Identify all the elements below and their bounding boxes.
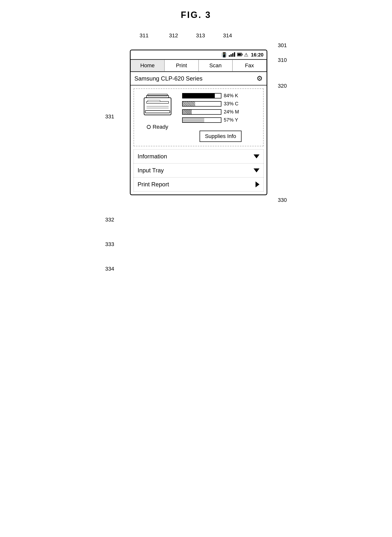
ref-311: 311 [140,32,149,39]
battery-icon [237,52,243,57]
toner-bar-m [182,109,221,115]
ref-313: 313 [196,32,205,39]
toner-row-y: 57% Y [182,117,259,123]
ref-330-label: 330 [278,197,287,203]
svg-rect-3 [234,52,235,57]
ref-312: 312 [169,32,178,39]
ready-status: Ready [147,124,168,130]
time-display: 16:20 [251,52,263,58]
toner-row-k: 84% K [182,93,259,98]
svg-rect-2 [232,53,233,57]
toner-label-y: 57% Y [224,117,239,123]
supplies-info-button[interactable]: Supplies Info [200,131,242,142]
alarm-icon: ⚠ [244,52,248,58]
ref-332-label: 332 [105,217,114,223]
svg-rect-0 [229,55,230,57]
svg-rect-7 [147,95,169,98]
printer-name-bar: Samsung CLP-620 Series ⚙ [131,72,267,85]
input-tray-header[interactable]: Input Tray [134,164,263,177]
ready-label: Ready [153,124,168,130]
toner-row-c: 33% C [182,101,259,107]
page-title: FIG. 3 [181,10,211,20]
input-tray-label: Input Tray [138,167,164,174]
ready-circle-icon [147,125,151,129]
tab-print[interactable]: Print [164,60,199,71]
ref-310-label: 310 [278,57,287,63]
information-label: Information [138,153,167,160]
svg-rect-11 [148,100,160,102]
printer-illustration: Ready [138,93,177,130]
toner-fill-c [183,102,195,106]
ref-334-label: 334 [105,266,114,272]
toner-section: 84% K 33% C 24% M [182,93,259,142]
toner-fill-y [183,118,204,122]
print-report-navigate-icon [256,181,259,187]
ref-333-label: 333 [105,241,114,248]
toner-bar-y [182,117,221,123]
toner-label-k: 84% K [224,93,239,98]
printer-name: Samsung CLP-620 Series [135,75,203,82]
device-frame: 📳 ⚠ 16:20 Home [130,50,267,195]
print-report-header[interactable]: Print Report [134,178,263,191]
input-tray-section: Input Tray [134,163,264,177]
information-header[interactable]: Information [134,150,263,163]
main-status-section: Ready 84% K 33% C [134,88,264,146]
toner-fill-k [183,94,215,98]
print-report-section: Print Report [134,177,264,192]
ref-314: 314 [223,32,232,39]
information-section: Information [134,149,264,163]
input-tray-expand-icon [254,168,259,172]
ref-331-label: 331 [105,113,114,120]
ref-320-label: 320 [278,83,287,89]
svg-rect-6 [238,54,241,55]
toner-fill-m [183,110,192,114]
settings-icon[interactable]: ⚙ [257,74,263,83]
vibrate-icon: 📳 [221,52,227,58]
svg-rect-5 [242,54,243,55]
information-expand-icon [254,154,259,158]
signal-icon [229,52,236,58]
toner-row-m: 24% M [182,109,259,115]
status-bar: 📳 ⚠ 16:20 [131,50,267,60]
toner-label-m: 24% M [224,109,239,115]
tab-scan[interactable]: Scan [199,60,233,71]
printer-svg [142,93,174,120]
toner-bar-k [182,93,221,98]
svg-rect-12 [145,110,170,113]
svg-rect-1 [230,54,232,57]
tab-home[interactable]: Home [131,60,165,71]
nav-tabs: Home Print Scan Fax [131,60,267,72]
tab-fax[interactable]: Fax [232,60,267,71]
toner-bar-c [182,101,221,107]
print-report-label: Print Report [138,181,169,188]
toner-label-c: 33% C [224,101,239,107]
ref-301: 301 [278,42,287,49]
